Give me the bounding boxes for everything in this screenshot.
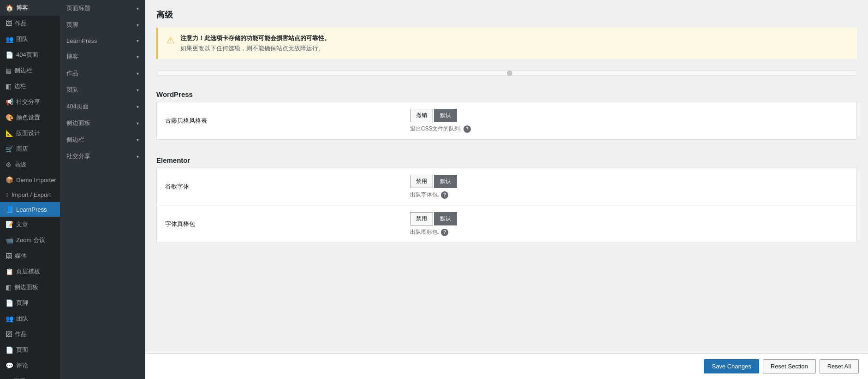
- sidebar-item-评论[interactable]: 💬 评论: [0, 358, 60, 373]
- chevron-icon-9: ▾: [137, 154, 139, 159]
- sidebar-item-learnpress[interactable]: 📘 LearnPress: [0, 202, 60, 217]
- home-icon: 🏠: [6, 4, 13, 12]
- gutenberg-help: 退出CSS文件的队列. ?: [410, 125, 848, 133]
- sidebar2-item-团队[interactable]: 团队 ▾: [60, 82, 145, 98]
- post-icon: 📝: [6, 221, 13, 228]
- sidebar-item-团队2[interactable]: 👥 团队: [0, 311, 60, 326]
- sidebar2-item-404[interactable]: 404页面 ▾: [60, 98, 145, 115]
- warning-title: 注意力！此选项卡存储的功能可能会损害站点的可靠性。: [180, 34, 330, 42]
- table-row: 古藤贝格风格表 撤销 默认 退出CSS文件的队列. ?: [157, 102, 857, 140]
- field-label-font-awesome: 字体真棒包: [157, 206, 402, 243]
- sidebar-item-demo-importer[interactable]: 📦 Demo Importer: [0, 172, 60, 187]
- warning-content: 注意力！此选项卡存储的功能可能会损害站点的可靠性。 如果更改以下任何选项，则不能…: [180, 34, 330, 53]
- sidebar-item-高级[interactable]: ⚙ 高级: [0, 157, 60, 172]
- warning-body: 如果更改以下任何选项，则不能确保站点无故障运行。: [180, 44, 330, 53]
- gallery-icon: 🖼: [6, 20, 12, 27]
- sidebar2-item-侧边栏[interactable]: 侧边栏 ▾: [60, 131, 145, 148]
- sidebar2-item-learnpress[interactable]: LearnPress ▾: [60, 33, 145, 48]
- reset-section-button[interactable]: Reset Section: [763, 359, 816, 373]
- template-icon: 📋: [6, 268, 13, 275]
- pages-icon: 📄: [6, 346, 13, 354]
- field-label-google-fonts: 谷歌字体: [157, 168, 402, 206]
- chevron-icon-8: ▾: [137, 137, 139, 142]
- sidebar2-item-博客[interactable]: 博客 ▾: [60, 48, 145, 65]
- sidebar-item-版面设计[interactable]: 📐 版面设计: [0, 125, 60, 141]
- sidebar-item-404[interactable]: 📄 404页面: [0, 47, 60, 63]
- panel-icon: ◧: [6, 83, 12, 90]
- main-content: 高级 ⚠ 注意力！此选项卡存储的功能可能会损害站点的可靠性。 如果更改以下任何选…: [145, 0, 868, 379]
- warning-box: ⚠ 注意力！此选项卡存储的功能可能会损害站点的可靠性。 如果更改以下任何选项，则…: [156, 28, 857, 59]
- page-title: 高级: [156, 9, 857, 20]
- sidebar-icon: ▦: [6, 67, 12, 74]
- chevron-icon-0: ▾: [137, 6, 139, 11]
- sidebar2-item-社交分享[interactable]: 社交分享 ▾: [60, 148, 145, 165]
- table-row: 谷歌字体 禁用 默认 出队字体包. ?: [157, 168, 857, 206]
- sidebar2-item-页脚[interactable]: 页脚 ▾: [60, 17, 145, 33]
- footer-icon: 📄: [6, 299, 13, 307]
- team-icon: 👥: [6, 36, 13, 43]
- font-awesome-help-icon[interactable]: ?: [441, 229, 448, 236]
- chevron-icon-6: ▾: [137, 104, 139, 109]
- sidebar-item-团队[interactable]: 👥 团队: [0, 31, 60, 47]
- import-icon: 📦: [6, 176, 13, 184]
- left-sidebar: 🏠 博客 🖼 作品 👥 团队 📄 404页面 ▦ 侧边栏 ◧ 边栏 📢 社交分享…: [0, 0, 60, 379]
- sidebar-item-媒体[interactable]: 🖼 媒体: [0, 248, 60, 264]
- portfolio-icon: 🖼: [6, 331, 12, 338]
- footer-bar: Save Changes Reset Section Reset All: [145, 353, 868, 379]
- sidebar-item-博客[interactable]: 🏠 博客: [0, 0, 60, 16]
- sidebar-item-页面[interactable]: 📄 页面: [0, 342, 60, 358]
- font-awesome-btn-default[interactable]: 默认: [434, 212, 457, 225]
- google-fonts-help-icon[interactable]: ?: [441, 191, 448, 199]
- shop-icon: 🛒: [6, 145, 13, 153]
- chevron-icon-5: ▾: [137, 88, 139, 93]
- export-icon: ↕: [6, 191, 9, 198]
- google-fonts-btn-disable[interactable]: 禁用: [410, 175, 433, 188]
- sidebar-item-联系[interactable]: ✉ 联系: [0, 373, 60, 379]
- sidebar-item-页层模板[interactable]: 📋 页层模板: [0, 264, 60, 279]
- wordpress-settings-table: 古藤贝格风格表 撤销 默认 退出CSS文件的队列. ?: [156, 102, 857, 140]
- sidebar-item-侧边栏[interactable]: ▦ 侧边栏: [0, 63, 60, 78]
- sidebar-item-作品2[interactable]: 🖼 作品: [0, 326, 60, 342]
- color-icon: 🎨: [6, 114, 13, 121]
- sidebar-item-文章[interactable]: 📝 文章: [0, 217, 60, 232]
- section-title-wordpress: WordPress: [156, 85, 857, 102]
- media-icon: 🖼: [6, 252, 12, 260]
- save-changes-button[interactable]: Save Changes: [704, 359, 759, 373]
- sidebar-item-页脚[interactable]: 📄 页脚: [0, 295, 60, 311]
- sidebar2-item-作品[interactable]: 作品 ▾: [60, 65, 145, 82]
- sidebar-item-侧边面板[interactable]: ◧ 侧边面板: [0, 279, 60, 295]
- chevron-icon-3: ▾: [137, 54, 139, 59]
- google-fonts-help: 出队字体包. ?: [410, 191, 848, 199]
- font-awesome-help: 出队图标包. ?: [410, 228, 848, 236]
- sidebar-item-作品[interactable]: 🖼 作品: [0, 16, 60, 31]
- sidebar-item-社交分享[interactable]: 📢 社交分享: [0, 94, 60, 110]
- chevron-icon-1: ▾: [137, 23, 139, 28]
- footer-spacer: [156, 254, 857, 282]
- field-control-google-fonts: 禁用 默认 出队字体包. ?: [402, 168, 857, 206]
- chevron-icon-7: ▾: [137, 121, 139, 126]
- gutenberg-help-icon[interactable]: ?: [464, 125, 471, 133]
- gutenberg-btn-default[interactable]: 默认: [434, 109, 457, 122]
- font-awesome-btn-disable[interactable]: 禁用: [410, 212, 433, 225]
- google-fonts-btn-default[interactable]: 默认: [434, 175, 457, 188]
- sidebar-item-import-export[interactable]: ↕ Import / Export: [0, 187, 60, 202]
- share-icon: 📢: [6, 98, 13, 106]
- warning-icon: ⚠: [166, 35, 175, 46]
- secondary-sidebar: 页面标题 ▾ 页脚 ▾ LearnPress ▾ 博客 ▾ 作品 ▾ 团队 ▾ …: [60, 0, 145, 379]
- sidebar-item-边栏[interactable]: ◧ 边栏: [0, 78, 60, 94]
- learnpress-icon: 📘: [6, 206, 13, 213]
- gutenberg-btn-revoke[interactable]: 撤销: [410, 109, 433, 122]
- sidebar-item-颜色设置[interactable]: 🎨 颜色设置: [0, 110, 60, 125]
- chevron-icon-4: ▾: [137, 71, 139, 76]
- gutenberg-btn-group: 撤销 默认: [410, 109, 457, 122]
- sidebar2-item-侧边面板[interactable]: 侧边面板 ▾: [60, 115, 145, 131]
- sidebar-item-zoom[interactable]: 📹 Zoom 会议: [0, 232, 60, 248]
- elementor-settings-table: 谷歌字体 禁用 默认 出队字体包. ? 字体真棒包 禁用 默认: [156, 168, 857, 243]
- sidebar-item-商店[interactable]: 🛒 商店: [0, 141, 60, 157]
- team2-icon: 👥: [6, 315, 13, 322]
- google-fonts-btn-group: 禁用 默认: [410, 175, 457, 188]
- zoom-icon: 📹: [6, 237, 13, 244]
- reset-all-button[interactable]: Reset All: [820, 359, 859, 373]
- table-row: 字体真棒包 禁用 默认 出队图标包. ?: [157, 206, 857, 243]
- sidebar2-item-页面标题[interactable]: 页面标题 ▾: [60, 0, 145, 17]
